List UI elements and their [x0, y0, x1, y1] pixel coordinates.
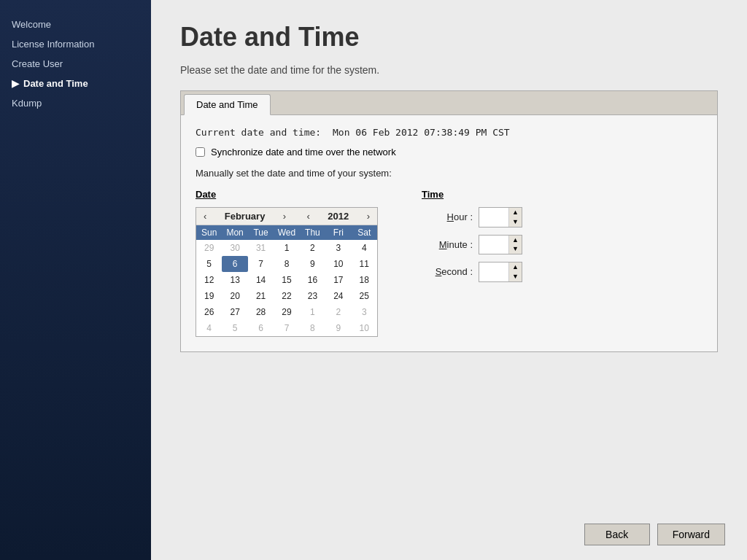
date-section-title: Date [196, 189, 378, 200]
sidebar-item-label: Create User [12, 58, 63, 69]
calendar-day-cell[interactable]: 28 [248, 304, 274, 320]
calendar-header-row: Sun Mon Tue Wed Thu Fri Sat [196, 225, 377, 240]
calendar-day-cell[interactable]: 9 [325, 320, 351, 336]
date-section: Date ‹ February › ‹ 2012 › [196, 189, 378, 337]
calendar-day-cell[interactable]: 15 [274, 272, 299, 288]
date-time-row: Date ‹ February › ‹ 2012 › [196, 189, 703, 337]
time-section-title: Time [422, 189, 522, 200]
tab-date-time[interactable]: Date and Time [184, 94, 271, 115]
calendar-day-cell[interactable]: 26 [196, 304, 222, 320]
calendar-day-cell[interactable]: 7 [248, 256, 274, 272]
current-datetime-label: Current date and time: [196, 127, 321, 138]
calendar-day-cell[interactable]: 12 [196, 272, 222, 288]
calendar-day-cell[interactable]: 10 [352, 320, 377, 336]
cal-header-thu: Thu [300, 225, 325, 240]
calendar-day-cell[interactable]: 27 [222, 304, 247, 320]
calendar-day-cell[interactable]: 16 [300, 272, 325, 288]
hour-decrement-button[interactable]: ▼ [509, 217, 522, 227]
sidebar-item-label: Welcome [12, 19, 51, 30]
calendar-week-row: 567891011 [196, 256, 377, 272]
calendar-day-cell[interactable]: 29 [274, 304, 299, 320]
calendar-day-cell[interactable]: 3 [325, 240, 351, 256]
calendar-day-cell[interactable]: 23 [300, 288, 325, 304]
sidebar-item-label: License Information [12, 39, 94, 50]
calendar-day-cell[interactable]: 19 [196, 288, 222, 304]
second-decrement-button[interactable]: ▼ [509, 272, 522, 281]
calendar-day-cell[interactable]: 18 [352, 272, 377, 288]
calendar-day-cell[interactable]: 1 [274, 240, 299, 256]
calendar-day-cell[interactable]: 13 [222, 272, 247, 288]
calendar-day-cell[interactable]: 8 [274, 256, 299, 272]
calendar-day-cell[interactable]: 5 [196, 256, 222, 272]
hour-row: Hour : 19 ▲ ▼ [422, 207, 522, 228]
calendar-day-cell[interactable]: 20 [222, 288, 247, 304]
second-spinner-buttons: ▲ ▼ [508, 262, 522, 281]
next-year-button[interactable]: › [364, 211, 373, 222]
tab-bar: Date and Time [181, 91, 717, 115]
hour-label: Hour : [422, 211, 473, 222]
calendar-day-cell[interactable]: 10 [325, 256, 351, 272]
sync-checkbox[interactable] [196, 147, 205, 157]
calendar-day-cell[interactable]: 8 [300, 320, 325, 336]
current-datetime: Current date and time: Mon 06 Feb 2012 0… [196, 127, 703, 138]
calendar-day-cell[interactable]: 31 [248, 240, 274, 256]
main-content: Date and Time Please set the date and ti… [151, 0, 747, 560]
calendar-day-cell[interactable]: 21 [248, 288, 274, 304]
calendar-day-cell[interactable]: 22 [274, 288, 299, 304]
page-title: Date and Time [180, 22, 718, 52]
calendar-day-cell[interactable]: 2 [325, 304, 351, 320]
minute-input[interactable]: 13 [479, 237, 508, 252]
sidebar-item-create-user[interactable]: Create User [0, 54, 151, 74]
calendar-day-cell[interactable]: 4 [196, 320, 222, 336]
second-increment-button[interactable]: ▲ [509, 262, 522, 272]
calendar-day-cell[interactable]: 24 [325, 288, 351, 304]
calendar-day-cell[interactable]: 3 [352, 304, 377, 320]
active-arrow-icon: ▶ [12, 78, 19, 89]
sync-row: Synchronize date and time over the netwo… [196, 147, 703, 158]
calendar-day-cell[interactable]: 4 [352, 240, 377, 256]
calendar-day-cell[interactable]: 6 [222, 256, 247, 272]
page-subtitle: Please set the date and time for the sys… [180, 64, 718, 76]
sidebar-item-license[interactable]: License Information [0, 34, 151, 54]
calendar: ‹ February › ‹ 2012 › Sun Mon [196, 207, 378, 337]
sidebar-item-kdump[interactable]: Kdump [0, 93, 151, 113]
sidebar-item-welcome[interactable]: Welcome [0, 15, 151, 34]
prev-month-button[interactable]: ‹ [201, 211, 209, 222]
calendar-nav: ‹ February › ‹ 2012 › [196, 208, 377, 225]
calendar-day-cell[interactable]: 25 [352, 288, 377, 304]
hour-spinner-buttons: ▲ ▼ [508, 208, 522, 227]
hour-increment-button[interactable]: ▲ [509, 208, 522, 217]
second-input[interactable]: 54 [479, 264, 508, 279]
calendar-day-cell[interactable]: 30 [222, 240, 247, 256]
minute-decrement-button[interactable]: ▼ [509, 244, 522, 254]
next-month-button[interactable]: › [280, 211, 289, 222]
forward-button[interactable]: Forward [657, 524, 725, 545]
calendar-week-row: 12131415161718 [196, 272, 377, 288]
prev-year-button[interactable]: ‹ [304, 211, 313, 222]
calendar-day-cell[interactable]: 17 [325, 272, 351, 288]
calendar-day-cell[interactable]: 9 [300, 256, 325, 272]
calendar-day-cell[interactable]: 14 [248, 272, 274, 288]
back-button[interactable]: Back [584, 524, 650, 545]
second-label: Second : [422, 266, 473, 277]
sidebar-item-date-time[interactable]: ▶ Date and Time [0, 74, 151, 93]
calendar-week-row: 2930311234 [196, 240, 377, 256]
calendar-day-cell[interactable]: 11 [352, 256, 377, 272]
calendar-day-cell[interactable]: 5 [222, 320, 247, 336]
time-section: Time Hour : 19 ▲ ▼ [422, 189, 522, 289]
calendar-day-cell[interactable]: 1 [300, 304, 325, 320]
minute-increment-button[interactable]: ▲ [509, 236, 522, 245]
calendar-day-cell[interactable]: 29 [196, 240, 222, 256]
calendar-day-cell[interactable]: 6 [248, 320, 274, 336]
cal-header-fri: Fri [325, 225, 351, 240]
calendar-day-cell[interactable]: 7 [274, 320, 299, 336]
calendar-day-cell[interactable]: 2 [300, 240, 325, 256]
tab-container: Date and Time Current date and time: Mon… [180, 90, 718, 352]
sidebar: Welcome License Information Create User … [0, 0, 151, 560]
hour-input[interactable]: 19 [479, 209, 508, 225]
cal-header-mon: Mon [222, 225, 247, 240]
sidebar-item-label: Date and Time [23, 78, 88, 89]
cal-header-tue: Tue [248, 225, 274, 240]
hour-spinner: 19 ▲ ▼ [479, 207, 522, 228]
cal-header-sun: Sun [196, 225, 222, 240]
